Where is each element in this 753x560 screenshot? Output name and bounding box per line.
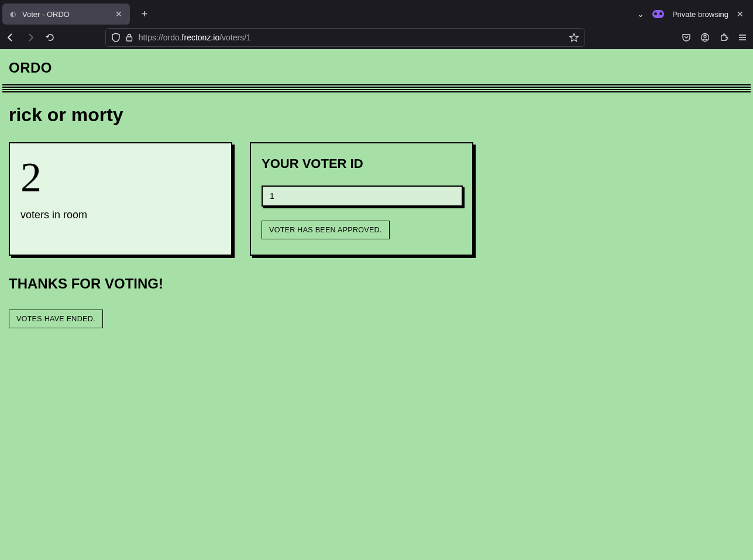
tab-bar-right: ⌄ Private browsing ✕ bbox=[637, 9, 751, 19]
url-bar[interactable]: https://ordo.frectonz.io/voters/1 bbox=[105, 28, 585, 47]
logo[interactable]: ORDO bbox=[9, 60, 744, 76]
tab-favicon-icon: ◐ bbox=[8, 9, 18, 19]
voter-approved-status: VOTER HAS BEEN APPROVED. bbox=[262, 221, 390, 239]
private-mask-icon bbox=[652, 10, 664, 18]
room-title: rick or morty bbox=[9, 104, 744, 126]
voter-id-card: YOUR VOTER ID 1 VOTER HAS BEEN APPROVED. bbox=[250, 142, 473, 256]
voters-count-card: 2 voters in room bbox=[9, 142, 232, 256]
close-window-icon[interactable]: ✕ bbox=[737, 9, 744, 19]
chevron-down-icon[interactable]: ⌄ bbox=[637, 9, 644, 19]
menu-icon[interactable] bbox=[738, 33, 747, 42]
cards-row: 2 voters in room YOUR VOTER ID 1 VOTER H… bbox=[9, 142, 744, 256]
browser-chrome: ◐ Voter - ORDO ✕ + ⌄ Private browsing ✕ bbox=[0, 0, 753, 49]
url-text: https://ordo.frectonz.io/voters/1 bbox=[139, 33, 563, 42]
reload-button[interactable] bbox=[46, 33, 60, 42]
browser-tab[interactable]: ◐ Voter - ORDO ✕ bbox=[2, 4, 130, 25]
divider bbox=[2, 84, 751, 92]
new-tab-button[interactable]: + bbox=[136, 8, 153, 20]
page-content: ORDO rick or morty 2 voters in room YOUR… bbox=[0, 49, 753, 560]
pocket-icon[interactable] bbox=[682, 33, 691, 42]
nav-right-icons bbox=[670, 33, 747, 42]
content: rick or morty 2 voters in room YOUR VOTE… bbox=[0, 92, 753, 340]
extensions-icon[interactable] bbox=[719, 33, 728, 42]
close-icon[interactable]: ✕ bbox=[114, 9, 124, 19]
back-button[interactable] bbox=[6, 33, 20, 42]
voter-id-heading: YOUR VOTER ID bbox=[262, 156, 462, 171]
svg-rect-0 bbox=[126, 37, 132, 41]
shield-icon[interactable] bbox=[112, 33, 120, 42]
votes-ended-status: VOTES HAVE ENDED. bbox=[9, 310, 103, 328]
voters-count-label: voters in room bbox=[20, 209, 221, 221]
forward-button[interactable] bbox=[26, 33, 40, 42]
lock-icon[interactable] bbox=[126, 33, 133, 42]
url-prefix: https://ordo. bbox=[139, 33, 182, 42]
nav-bar: https://ordo.frectonz.io/voters/1 bbox=[0, 26, 753, 49]
url-path: /voters/1 bbox=[219, 33, 251, 42]
svg-point-2 bbox=[704, 35, 706, 37]
tab-title: Voter - ORDO bbox=[22, 10, 109, 19]
page-header: ORDO bbox=[0, 49, 753, 84]
bookmark-star-icon[interactable] bbox=[569, 33, 579, 42]
tab-bar: ◐ Voter - ORDO ✕ + ⌄ Private browsing ✕ bbox=[0, 0, 753, 26]
voter-id-field[interactable]: 1 bbox=[262, 185, 463, 207]
url-domain: frectonz.io bbox=[182, 33, 220, 42]
account-icon[interactable] bbox=[700, 33, 710, 42]
private-browsing-label: Private browsing bbox=[672, 10, 728, 19]
voters-count: 2 bbox=[20, 156, 221, 198]
thanks-heading: THANKS FOR VOTING! bbox=[9, 276, 744, 292]
